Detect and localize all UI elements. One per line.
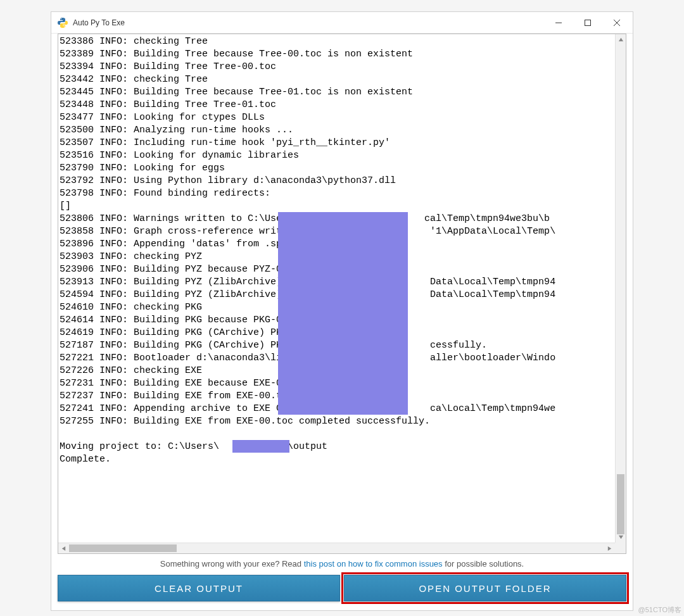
hint-text: Something wrong with your exe? Read this… [58, 554, 626, 575]
hint-prefix: Something wrong with your exe? Read [160, 559, 304, 569]
minimize-button[interactable] [544, 13, 573, 33]
hint-link[interactable]: this post on how to fix common issues [304, 559, 443, 569]
redaction-block [232, 440, 289, 453]
close-button[interactable] [602, 13, 631, 33]
scroll-thumb[interactable] [69, 544, 177, 552]
hint-suffix: for possible solutions. [443, 559, 524, 569]
vertical-scrollbar[interactable] [615, 34, 626, 543]
clear-output-button[interactable]: CLEAR OUTPUT [58, 575, 340, 601]
horizontal-scrollbar[interactable] [58, 543, 615, 553]
scroll-left-icon[interactable] [58, 543, 69, 553]
window-title: Auto Py To Exe [73, 18, 125, 27]
app-window: Auto Py To Exe 523386 INFO: checking Tre… [51, 11, 633, 611]
redaction-block [278, 212, 408, 415]
open-output-folder-button[interactable]: OPEN OUTPUT FOLDER [344, 575, 626, 601]
scroll-right-icon[interactable] [604, 543, 615, 553]
scroll-down-icon[interactable] [616, 532, 626, 543]
titlebar: Auto Py To Exe [51, 12, 633, 34]
svg-point-0 [61, 18, 62, 20]
python-icon [58, 18, 68, 28]
scroll-thumb[interactable] [617, 474, 624, 534]
svg-rect-3 [585, 20, 591, 25]
watermark: @51CTO博客 [638, 605, 681, 615]
maximize-button[interactable] [573, 13, 602, 33]
button-row: CLEAR OUTPUT OPEN OUTPUT FOLDER [58, 575, 626, 601]
content-area: 523386 INFO: checking Tree 523389 INFO: … [51, 34, 633, 610]
scroll-up-icon[interactable] [616, 34, 626, 45]
log-output-panel: 523386 INFO: checking Tree 523389 INFO: … [58, 34, 626, 554]
svg-point-1 [64, 26, 65, 27]
scroll-corner [615, 543, 626, 553]
